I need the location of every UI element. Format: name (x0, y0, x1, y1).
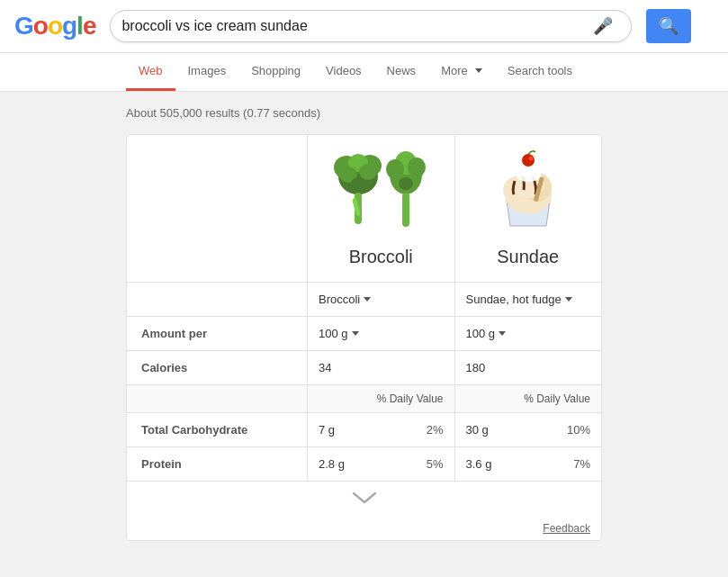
tab-news[interactable]: News (374, 53, 429, 91)
broccoli-daily-header: % Daily Value (307, 385, 454, 412)
protein-label: Protein (127, 447, 307, 481)
svg-rect-14 (402, 193, 409, 227)
selector-label-empty (127, 283, 307, 316)
search-button[interactable]: 🔍 (646, 9, 691, 43)
broccoli-image (327, 149, 435, 239)
nav-tabs: Web Images Shopping Videos News More Sea… (0, 53, 728, 92)
tab-web[interactable]: Web (126, 53, 175, 91)
broccoli-header: Broccoli (307, 135, 454, 282)
broccoli-selector-arrow[interactable] (364, 297, 371, 302)
sundae-name: Sundae (497, 247, 559, 267)
food-header: Broccoli (127, 135, 601, 283)
more-dropdown-arrow (475, 68, 482, 73)
header-empty (127, 135, 307, 282)
broccoli-amount-arrow[interactable] (352, 331, 359, 336)
svg-point-13 (399, 177, 413, 190)
sundae-amount-arrow[interactable] (499, 331, 506, 336)
expand-chevron-icon (351, 491, 378, 505)
sundae-svg (483, 149, 573, 235)
calories-row: Calories 34 180 (127, 351, 601, 385)
carbs-label: Total Carbohydrate (127, 413, 307, 446)
sundae-header: Sundae (454, 135, 602, 282)
selector-row: Broccoli Sundae, hot fudge (127, 283, 601, 317)
calories-label: Calories (127, 351, 307, 384)
search-input[interactable] (121, 18, 593, 34)
svg-point-11 (386, 159, 404, 179)
tab-images[interactable]: Images (175, 53, 239, 91)
broccoli-amount[interactable]: 100 g (307, 317, 454, 350)
sundae-image (483, 149, 573, 239)
svg-point-5 (359, 164, 377, 180)
svg-point-23 (528, 157, 533, 161)
results-count: About 505,000 results (0.77 seconds) (126, 106, 602, 120)
broccoli-name: Broccoli (349, 247, 413, 267)
daily-empty (127, 385, 307, 412)
sundae-daily-header: % Daily Value (454, 385, 602, 412)
microphone-icon[interactable]: 🎤 (593, 16, 613, 36)
broccoli-calories: 34 (307, 351, 454, 384)
google-logo: Google (14, 12, 95, 41)
amount-row: Amount per 100 g 100 g (127, 317, 601, 351)
carbs-row: Total Carbohydrate 7 g 2% 30 g 10% (127, 413, 601, 447)
broccoli-svg (327, 149, 435, 235)
svg-point-22 (522, 154, 535, 167)
search-bar: 🎤 (110, 10, 632, 42)
top-bar: Google 🎤 🔍 (0, 0, 728, 53)
sundae-calories: 180 (454, 351, 602, 384)
tab-more[interactable]: More (428, 53, 495, 91)
svg-point-6 (351, 177, 365, 190)
broccoli-carbs: 7 g 2% (307, 413, 454, 446)
protein-row: Protein 2.8 g 5% 3.6 g 7% (127, 447, 601, 482)
tab-search-tools[interactable]: Search tools (495, 53, 585, 91)
sundae-carbs: 30 g 10% (454, 413, 602, 446)
daily-value-header-row: % Daily Value % Daily Value (127, 385, 601, 413)
feedback-link[interactable]: Feedback (543, 522, 590, 535)
sundae-selector-arrow[interactable] (565, 297, 572, 302)
comparison-card: Broccoli (126, 134, 602, 541)
sundae-selector[interactable]: Sundae, hot fudge (454, 283, 602, 316)
tab-videos[interactable]: Videos (313, 53, 374, 91)
sundae-amount[interactable]: 100 g (454, 317, 602, 350)
broccoli-selector[interactable]: Broccoli (307, 283, 454, 316)
main-content: About 505,000 results (0.77 seconds) (0, 92, 728, 577)
expand-row[interactable] (127, 482, 601, 517)
sundae-protein: 3.6 g 7% (454, 447, 602, 481)
feedback-row: Feedback (127, 517, 601, 540)
broccoli-protein: 2.8 g 5% (307, 447, 454, 481)
amount-label: Amount per (127, 317, 307, 350)
svg-point-12 (408, 158, 426, 177)
tab-shopping[interactable]: Shopping (238, 53, 313, 91)
